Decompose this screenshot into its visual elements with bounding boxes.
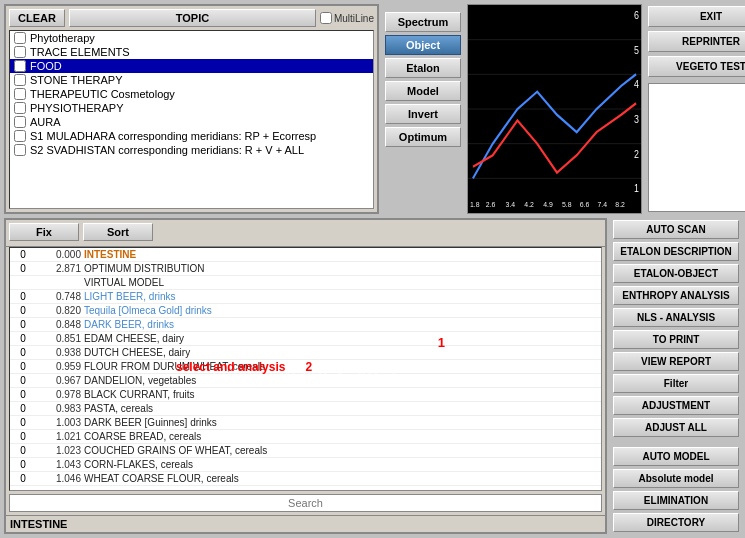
- list-checkbox[interactable]: [14, 102, 26, 114]
- topic-button[interactable]: TOPIC: [69, 9, 316, 27]
- spectrum-controls: Spectrum Object Etalon Model Invert Opti…: [383, 4, 463, 214]
- table-row[interactable]: 0 1.003 DARK BEER [Guinnes] drinks: [10, 416, 601, 430]
- optimum-button[interactable]: Optimum: [385, 127, 461, 147]
- etalon-description-button[interactable]: ETALON DESCRIPTION: [613, 242, 739, 261]
- list-item[interactable]: STONE THERAPY: [10, 73, 373, 87]
- table-row[interactable]: 0 1.046 WHEAT COARSE FLOUR, cereals: [10, 472, 601, 486]
- list-checkbox[interactable]: [14, 32, 26, 44]
- svg-text:5.8: 5.8: [562, 200, 572, 210]
- table-row[interactable]: VIRTUAL MODEL: [10, 276, 601, 290]
- svg-text:1: 1: [634, 183, 639, 195]
- clear-button[interactable]: CLEAR: [9, 9, 65, 27]
- table-row[interactable]: 0 0.978 BLACK CURRANT, fruits: [10, 388, 601, 402]
- sort-button[interactable]: Sort: [83, 223, 153, 241]
- spectrum-button[interactable]: Spectrum: [385, 12, 461, 32]
- filter-button[interactable]: Filter: [613, 374, 739, 393]
- fix-button[interactable]: Fix: [9, 223, 79, 241]
- table-row[interactable]: 0 2.871 OPTIMUM DISTRIBUTION: [10, 262, 601, 276]
- table-row[interactable]: 0 0.000 INTESTINE: [10, 248, 601, 262]
- auto-model-button[interactable]: AUTO MODEL: [613, 447, 739, 466]
- preview-box: [648, 83, 745, 212]
- list-checkbox[interactable]: [14, 88, 26, 100]
- cell-val: 0.959: [36, 361, 81, 372]
- chart-svg: 6 5 4 3 2 1 1.8 2.6 3.4 4.2 4.9 5.8 6.6 …: [468, 5, 641, 213]
- object-button[interactable]: Object: [385, 35, 461, 55]
- table-row[interactable]: 0 1.021 COARSE BREAD, cereals: [10, 430, 601, 444]
- table-row[interactable]: 0 1.043 CORN-FLAKES, cereals: [10, 458, 601, 472]
- reprinter-button[interactable]: REPRINTER: [648, 31, 745, 52]
- cell-num: 0: [13, 417, 33, 428]
- model-button[interactable]: Model: [385, 81, 461, 101]
- cell-val: 0.978: [36, 389, 81, 400]
- topic-list[interactable]: Phytotherapy TRACE ELEMENTS FOOD STONE T…: [9, 30, 374, 209]
- cell-name: DUTCH CHEESE, dairy: [84, 347, 598, 358]
- svg-text:4: 4: [634, 79, 640, 91]
- list-item[interactable]: S1 MULADHARA corresponding meridians: RP…: [10, 129, 373, 143]
- action-panel: AUTO SCAN ETALON DESCRIPTION ETALON-OBJE…: [611, 218, 741, 534]
- table-row[interactable]: 0 0.959 FLOUR FROM DURUM WHEAT, cereals: [10, 360, 601, 374]
- list-checkbox[interactable]: [14, 116, 26, 128]
- list-checkbox[interactable]: [14, 144, 26, 156]
- table-row[interactable]: 0 0.983 PASTA, cereals: [10, 402, 601, 416]
- enthropy-analysis-button[interactable]: ENTHROPY ANALYSIS: [613, 286, 739, 305]
- cell-name: DANDELION, vegetables: [84, 375, 598, 386]
- svg-text:1.8: 1.8: [470, 200, 480, 210]
- adjustment-button[interactable]: ADJUSTMENT: [613, 396, 739, 415]
- invert-button[interactable]: Invert: [385, 104, 461, 124]
- list-item-label: S2 SVADHISTAN corresponding meridians: R…: [30, 144, 304, 156]
- list-checkbox[interactable]: [14, 60, 26, 72]
- to-print-button[interactable]: TO PRINT: [613, 330, 739, 349]
- list-item[interactable]: TRACE ELEMENTS: [10, 45, 373, 59]
- table-row[interactable]: 0 0.938 DUTCH CHEESE, dairy: [10, 346, 601, 360]
- table-row[interactable]: 0 0.851 EDAM CHEESE, dairy: [10, 332, 601, 346]
- list-item-label: PHYSIOTHERAPY: [30, 102, 124, 114]
- list-checkbox[interactable]: [14, 74, 26, 86]
- list-item-selected[interactable]: FOOD: [10, 59, 373, 73]
- cell-name: BLACK CURRANT, fruits: [84, 389, 598, 400]
- cell-name: Tequila [Olmeca Gold] drinks: [84, 305, 598, 316]
- search-input[interactable]: [9, 494, 602, 512]
- topic-toolbar: CLEAR TOPIC MultiLine: [6, 6, 377, 30]
- cell-val: 1.003: [36, 417, 81, 428]
- cell-val: 0.967: [36, 375, 81, 386]
- list-item-label: S1 MULADHARA corresponding meridians: RP…: [30, 130, 316, 142]
- etalon-object-button[interactable]: ETALON-OBJECT: [613, 264, 739, 283]
- cell-name: CORN-FLAKES, cereals: [84, 459, 598, 470]
- absolute-model-button[interactable]: Absolute model: [613, 469, 739, 488]
- multiline-checkbox[interactable]: [320, 12, 332, 24]
- cell-num: 0: [13, 403, 33, 414]
- cell-val: 0.820: [36, 305, 81, 316]
- status-bar: INTESTINE: [6, 515, 605, 532]
- cell-name: PASTA, cereals: [84, 403, 598, 414]
- table-row[interactable]: 0 1.023 COUCHED GRAINS OF WHEAT, cereals: [10, 444, 601, 458]
- list-item[interactable]: PHYSIOTHERAPY: [10, 101, 373, 115]
- view-report-button[interactable]: VIEW REPORT: [613, 352, 739, 371]
- adjust-all-button[interactable]: ADJUST ALL: [613, 418, 739, 437]
- cell-name: INTESTINE: [84, 249, 598, 260]
- cell-num: 0: [13, 333, 33, 344]
- list-checkbox[interactable]: [14, 46, 26, 58]
- nls-analysis-button[interactable]: NLS - ANALYSIS: [613, 308, 739, 327]
- list-checkbox[interactable]: [14, 130, 26, 142]
- list-item[interactable]: THERAPEUTIC Cosmetology: [10, 87, 373, 101]
- elimination-button[interactable]: ELIMINATION: [613, 491, 739, 510]
- data-table[interactable]: 0 0.000 INTESTINE 0 2.871 OPTIMUM DISTRI…: [9, 247, 602, 491]
- vegeto-test-button[interactable]: VEGETO TEST: [648, 56, 745, 77]
- table-row[interactable]: 0 0.820 Tequila [Olmeca Gold] drinks: [10, 304, 601, 318]
- auto-scan-button[interactable]: AUTO SCAN: [613, 220, 739, 239]
- directory-button[interactable]: DIRECTORY: [613, 513, 739, 532]
- list-item[interactable]: S2 SVADHISTAN corresponding meridians: R…: [10, 143, 373, 157]
- table-row[interactable]: 0 0.967 DANDELION, vegetables: [10, 374, 601, 388]
- data-panel: WWW.8DNLS.NET select and analysis 2 1 Fi…: [4, 218, 607, 534]
- multiline-container: MultiLine: [320, 12, 374, 24]
- cell-name: FLOUR FROM DURUM WHEAT, cereals: [84, 361, 598, 372]
- cell-num: 0: [13, 291, 33, 302]
- exit-button[interactable]: EXIT: [648, 6, 745, 27]
- list-item[interactable]: Phytotherapy: [10, 31, 373, 45]
- table-row[interactable]: 0 0.748 LIGHT BEER, drinks: [10, 290, 601, 304]
- etalon-button[interactable]: Etalon: [385, 58, 461, 78]
- table-row[interactable]: 0 0.848 DARK BEER, drinks: [10, 318, 601, 332]
- cell-name: LIGHT BEER, drinks: [84, 291, 598, 302]
- list-item[interactable]: AURA: [10, 115, 373, 129]
- cell-num: 0: [13, 319, 33, 330]
